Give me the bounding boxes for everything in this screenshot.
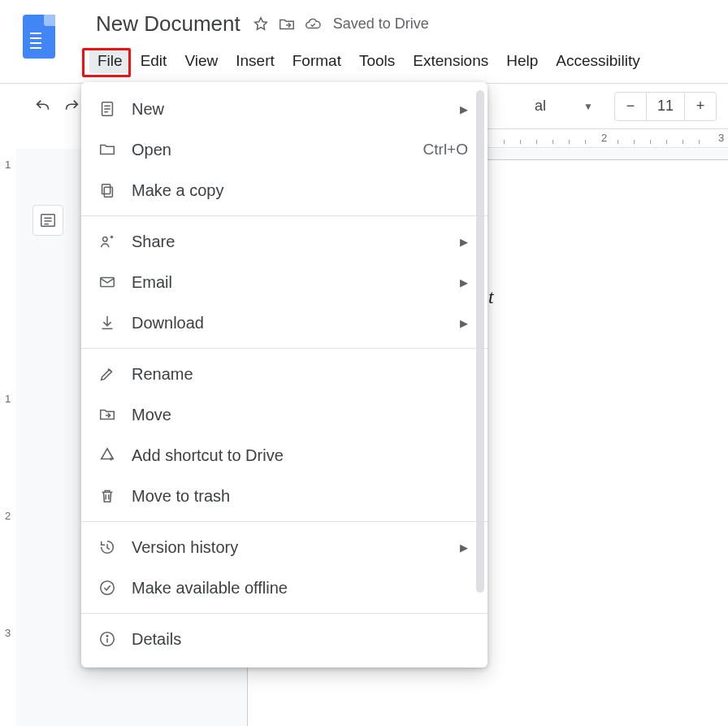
menu-tools[interactable]: Tools [351,49,403,73]
menu-item-label: Version history [132,538,445,557]
undo-button[interactable] [32,92,54,121]
menu-separator [81,215,488,216]
ruler-tick: 2 [5,510,11,522]
font-size-stepper: − 11 + [614,92,717,121]
menu-separator [81,348,488,349]
file-menu-dropdown: New ▶ Open Ctrl+O Make a copy Share ▶ Em… [81,82,488,667]
menu-item-label: Open [132,141,409,159]
menu-view[interactable]: View [176,49,226,73]
font-size-decrease[interactable]: − [615,93,646,120]
menu-item-shortcut: Ctrl+O [423,141,468,159]
menu-item-share[interactable]: Share ▶ [81,221,488,262]
svg-point-21 [106,636,107,637]
offline-icon [98,578,117,598]
ruler-tick: 2 [601,132,607,144]
menu-item-email[interactable]: Email ▶ [81,262,488,302]
menu-item-make-offline[interactable]: Make available offline [81,567,488,608]
paragraph-style-value: al [535,98,546,115]
menu-item-label: Make a copy [132,181,468,200]
svg-point-18 [101,581,115,595]
menu-separator [81,521,488,522]
move-to-folder-icon[interactable] [276,14,297,35]
menu-item-rename[interactable]: Rename [81,354,488,394]
chevron-right-icon: ▶ [460,103,468,115]
ruler-tick: 3 [5,627,11,639]
menu-item-move-to-trash[interactable]: Move to trash [81,476,488,516]
outline-toggle-button[interactable] [32,205,63,236]
trash-icon [98,486,117,506]
download-icon [98,313,117,333]
menu-item-label: Download [132,314,445,333]
menu-item-version-history[interactable]: Version history ▶ [81,527,488,567]
document-icon [98,99,117,119]
menu-item-new[interactable]: New ▶ [81,89,488,129]
copy-icon [98,180,117,200]
redo-button[interactable] [60,92,83,121]
svg-point-10 [103,237,108,242]
menu-item-label: Add shortcut to Drive [132,446,468,465]
menu-item-make-copy[interactable]: Make a copy [81,170,488,211]
menu-item-label: Share [132,233,445,251]
menu-file[interactable]: File [89,49,131,73]
document-title[interactable]: New Document [91,11,245,37]
menu-separator [81,613,488,614]
menu-format[interactable]: Format [284,49,349,73]
menu-insert[interactable]: Insert [228,49,283,73]
rename-icon [98,364,117,384]
menu-accessibility[interactable]: Accessibility [548,49,648,73]
menu-edit[interactable]: Edit [132,49,176,73]
chevron-right-icon: ▶ [460,276,468,289]
font-size-increase[interactable]: + [685,93,716,120]
saved-status: Saved to Drive [333,15,429,33]
share-icon [98,232,117,251]
ruler-tick: 1 [5,159,11,171]
folder-icon [98,140,117,159]
menu-item-label: Email [132,273,445,292]
ruler-tick: 1 [5,393,11,405]
ruler-tick: 3 [718,132,724,144]
move-icon [98,405,117,424]
star-icon[interactable] [250,14,271,35]
docs-logo[interactable] [23,15,55,59]
menu-item-open[interactable]: Open Ctrl+O [81,129,488,170]
chevron-right-icon: ▶ [460,541,468,554]
chevron-right-icon: ▶ [460,317,468,329]
menu-item-move[interactable]: Move [81,394,488,435]
menu-item-add-shortcut[interactable]: Add shortcut to Drive [81,435,488,476]
chevron-down-icon: ▼ [583,101,593,112]
info-icon [98,629,117,649]
menu-bar: File Edit View Insert Format Tools Exten… [0,41,728,76]
menu-item-label: Move to trash [132,487,468,506]
menu-item-label: Make available offline [132,579,468,598]
menu-item-label: Move [132,406,468,424]
menu-item-download[interactable]: Download ▶ [81,302,488,343]
svg-rect-8 [104,187,112,197]
svg-rect-9 [102,185,110,194]
email-icon [98,272,117,292]
chevron-right-icon: ▶ [460,236,468,248]
paragraph-style-dropdown[interactable]: al ▼ [528,92,600,121]
menu-item-label: Rename [132,365,468,384]
menu-help[interactable]: Help [498,49,546,73]
menu-item-label: New [132,100,445,119]
menu-item-label: Details [132,630,468,649]
cloud-saved-icon[interactable] [302,14,323,35]
menu-item-details[interactable]: Details [81,619,488,659]
history-icon [98,537,117,557]
drive-shortcut-icon [98,446,117,465]
menu-extensions[interactable]: Extensions [405,49,496,73]
document-text[interactable]: t [488,286,494,308]
font-size-value[interactable]: 11 [646,93,685,120]
